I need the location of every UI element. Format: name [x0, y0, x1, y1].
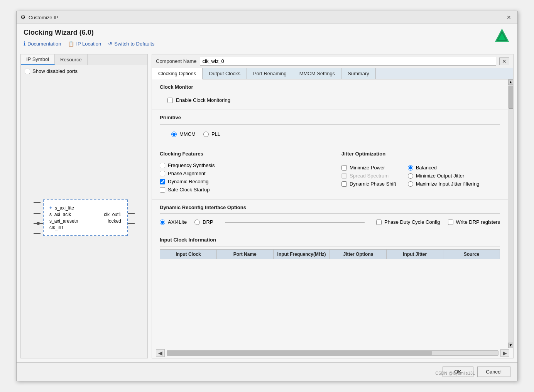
customize-ip-dialog: ⚙ Customize IP ✕ Clocking Wizard (6.0) ℹ…	[16, 11, 518, 381]
scroll-track[interactable]	[167, 350, 499, 356]
radio-pll-label[interactable]: PLL	[211, 131, 220, 137]
port-row-clkin: clk_in1	[49, 225, 121, 230]
radio-pll: PLL	[203, 131, 220, 137]
phase-duty-cycle-checkbox[interactable]	[376, 220, 382, 225]
th-input-jitter: Input Jitter	[387, 250, 443, 259]
clear-component-name-button[interactable]: ✕	[499, 57, 509, 65]
spread-spectrum-checkbox[interactable]	[341, 173, 347, 179]
minimize-power-label[interactable]: Minimize Power	[350, 165, 385, 171]
dynamic-reconfig-checkbox[interactable]	[160, 179, 165, 184]
safe-clock-startup-checkbox[interactable]	[160, 187, 165, 193]
port-name-locked: locked	[108, 218, 121, 224]
app-title: Clocking Wizard (6.0)	[24, 29, 510, 37]
radio-axi4lite-label[interactable]: AXI4Lite	[168, 219, 187, 225]
safe-clock-startup-label[interactable]: Safe Clock Startup	[168, 187, 210, 193]
clocking-features-title: Clocking Features	[160, 151, 318, 157]
port-s-axi-lite-line	[34, 197, 43, 208]
switch-to-defaults-link[interactable]: ↺ Switch to Defaults	[108, 41, 154, 47]
location-icon: 📋	[68, 41, 74, 47]
left-panel: IP Symbol Resource Show disabled ports	[20, 54, 148, 358]
scroll-down-button[interactable]: ▼	[508, 343, 514, 348]
scrollbar-thumb[interactable]	[509, 86, 513, 109]
tab-vertical-scrollbar[interactable]: ▲ ▼	[508, 79, 513, 348]
tab-output-clocks[interactable]: Output Clocks	[203, 68, 247, 79]
documentation-link[interactable]: ℹ Documentation	[24, 41, 61, 47]
port-name-s-axi-aclk: s_axi_aclk	[49, 212, 71, 217]
phase-alignment-checkbox[interactable]	[160, 171, 165, 176]
jitter-radios: Balanced Minimize Output Jitter	[408, 162, 480, 189]
radio-drp-input[interactable]	[194, 220, 200, 225]
freq-synthesis-checkbox[interactable]	[160, 163, 165, 168]
radio-min-output-jitter: Minimize Output Jitter	[408, 173, 480, 179]
port-line	[34, 233, 41, 234]
tab-summary[interactable]: Summary	[341, 68, 376, 79]
write-drp-row: Write DRP registers	[448, 219, 500, 225]
port-name-s-axi-lite: s_axi_lite	[55, 205, 74, 211]
clock-monitor-divider	[160, 94, 500, 94]
features-jitter-row: Clocking Features Frequency Synthesis Ph…	[160, 151, 500, 195]
safe-clock-row: Safe Clock Startup	[160, 187, 318, 193]
cf-divider	[160, 160, 318, 160]
show-disabled-label[interactable]: Show disabled ports	[32, 68, 78, 74]
radio-pll-input[interactable]	[203, 132, 209, 137]
scroll-up-button[interactable]: ▲	[508, 79, 514, 85]
tab-content: Clock Monitor Enable Clock Monitoring Pr…	[152, 79, 508, 348]
minimize-power-checkbox[interactable]	[341, 165, 347, 171]
tab-clocking-options[interactable]: Clocking Options	[152, 68, 203, 79]
minimize-power-row: Minimize Power	[341, 165, 396, 171]
radio-drp-label[interactable]: DRP	[203, 219, 213, 225]
spacer-right1	[128, 197, 135, 208]
tab-port-renaming[interactable]: Port Renaming	[247, 68, 293, 79]
dynamic-phase-shift-row: Dynamic Phase Shift	[341, 181, 396, 187]
clock-monitor-section: Clock Monitor Enable Clock Monitoring	[152, 79, 508, 110]
dynamic-phase-shift-checkbox[interactable]	[341, 181, 347, 187]
dr-config-row: AXI4Lite DRP Phase Duty Cycle Config	[160, 217, 500, 227]
info-icon: ℹ	[24, 41, 25, 47]
scroll-left-button[interactable]: ◀	[156, 349, 165, 357]
radio-min-output-jitter-label[interactable]: Minimize Output Jitter	[416, 173, 465, 179]
tab-mmcm-settings[interactable]: MMCM Settings	[293, 68, 341, 79]
radio-max-input-jitter-label[interactable]: Maximize Input Jitter filtering	[416, 181, 480, 187]
dynamic-reconfig-label[interactable]: Dynamic Reconfig	[168, 179, 209, 184]
ip-location-link[interactable]: 📋 IP Location	[68, 41, 101, 47]
watermark: CSDN @icysmile131	[435, 371, 475, 375]
xilinx-logo	[494, 28, 510, 44]
title-bar: ⚙ Customize IP ✕	[17, 11, 517, 24]
primitive-title: Primitive	[160, 115, 500, 120]
radio-min-output-jitter-input[interactable]	[408, 173, 413, 179]
show-disabled-checkbox[interactable]	[25, 69, 30, 74]
close-button[interactable]: ✕	[504, 14, 514, 21]
input-clock-info-title: Input Clock Information	[160, 237, 500, 243]
scroll-right-button[interactable]: ▶	[500, 349, 509, 357]
dynamic-phase-shift-label[interactable]: Dynamic Phase Shift	[350, 181, 396, 187]
radio-mmcm-label[interactable]: MMCM	[179, 131, 196, 137]
features-jitter-section: Clocking Features Frequency Synthesis Ph…	[152, 146, 508, 200]
freq-synthesis-label[interactable]: Frequency Synthesis	[168, 162, 215, 168]
enable-clock-monitoring-checkbox[interactable]	[167, 98, 173, 103]
radio-mmcm-input[interactable]	[171, 132, 177, 137]
header-section: Clocking Wizard (6.0) ℹ Documentation 📋 …	[17, 24, 517, 50]
divider-line	[225, 222, 365, 223]
write-drp-checkbox[interactable]	[448, 220, 453, 225]
write-drp-label[interactable]: Write DRP registers	[456, 219, 500, 225]
app-icon: ⚙	[20, 14, 25, 21]
radio-balanced-input[interactable]	[408, 165, 413, 171]
port-dot-icon	[37, 222, 40, 225]
port-line	[34, 213, 41, 214]
cancel-button[interactable]: Cancel	[477, 367, 510, 377]
th-jitter-options: Jitter Options	[330, 250, 387, 259]
port-line-r2	[128, 223, 135, 224]
phase-duty-cycle-label[interactable]: Phase Duty Cycle Config	[384, 219, 440, 225]
radio-balanced-label[interactable]: Balanced	[416, 165, 437, 171]
phase-alignment-label[interactable]: Phase Alignment	[168, 171, 206, 176]
tab-ip-symbol[interactable]: IP Symbol	[21, 54, 55, 65]
radio-axi4lite-input[interactable]	[160, 220, 165, 225]
port-row-s-axi-lite: + s_axi_lite	[49, 205, 121, 211]
port-row-aclk: s_axi_aclk clk_out1	[49, 212, 121, 217]
component-name-input[interactable]	[200, 57, 497, 66]
jitter-split: Minimize Power Spread Spectrum	[341, 162, 500, 189]
tab-resource[interactable]: Resource	[55, 54, 88, 65]
radio-max-input-jitter-input[interactable]	[408, 181, 413, 187]
symbol-area: + s_axi_lite s_axi_aclk clk_out1 s	[21, 77, 147, 358]
enable-clock-monitoring-label[interactable]: Enable Clock Monitoring	[176, 97, 230, 103]
